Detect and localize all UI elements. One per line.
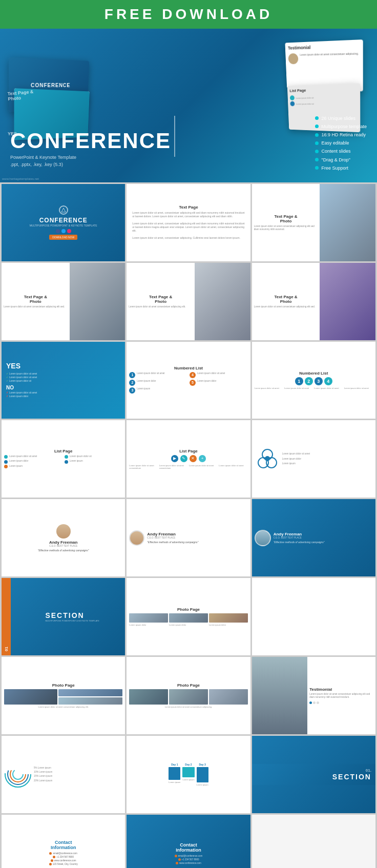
yes-items: ✓Lorem ipsum dolor sit amet ✓Lorem ipsum… [6, 373, 120, 383]
slide-section-2[interactable]: 01. SECTION [252, 736, 375, 813]
list-title-2: List Page [179, 449, 198, 453]
cover-social [56, 229, 71, 233]
slide-photo-1[interactable]: Photo Page Lorem ipsum dolor Lorem ipsum… [127, 578, 250, 655]
facebook-icon [56, 229, 60, 233]
hero-title-block: CONFERENCE PowerPoint & Keynote Template… [10, 130, 154, 167]
contact-address: 123 Street, City, Country [49, 863, 78, 865]
list-item-4: Lorem ipsum dolor sit [65, 455, 123, 459]
photo-caption-3: Lorem ipsum dolor [209, 624, 248, 626]
slide-timeline[interactable]: Day 1 Lorem ipsum Day 2 Lorem ipsum Day … [127, 736, 250, 813]
photo-page-title-4: Photo Page [177, 683, 200, 688]
slide-andy-3[interactable]: Andy Freeman C.E.O. BEST TEXT PLACE "Eff… [252, 499, 375, 576]
slide-list-1[interactable]: List Page Lorem ipsum dolor sit amet Lor… [2, 420, 125, 498]
andy-quote-2: "Effective methods of advertising campai… [147, 541, 247, 544]
slide-andy-2[interactable]: Andy Freeman C.E.O. BEST TEXT PLACE "Eff… [127, 499, 250, 576]
photo-caption-2: Lorem ipsum dolor [169, 624, 208, 626]
slide-testimonial[interactable]: Testimonial Lorem ipsum dolor sit amet c… [252, 657, 375, 734]
section-sub: MULTIPURPOSE POWERPOINT & KEYNOTE TEMPLA… [45, 619, 99, 622]
andy-quote-1: "Effective methods of advertising campai… [38, 549, 89, 552]
feature-2: Multipurpose template [315, 122, 367, 131]
slide-numbered-2[interactable]: Numbered List 1 2 3 4 Lorem ipsum dolor … [252, 342, 375, 419]
rings-item-2: 10% Lorem ipsum [34, 771, 122, 774]
testimonial-title: Testimonial [309, 687, 373, 692]
twitter-icon [61, 229, 66, 233]
andy-quote-3: "Effective methods of advertising campai… [274, 541, 373, 544]
slide-cover[interactable]: CONFERENCE MULTIPURPOSE POWERPOINT & KEY… [2, 184, 125, 261]
contact-dot-email-2 [175, 855, 177, 857]
contact-phone: +1 234 567 8900 [53, 856, 74, 858]
photo-main [4, 689, 57, 705]
rings-text: 5% Lorem ipsum 10% Lorem ipsum 15% Lorem… [32, 767, 122, 782]
watermark: www.heritagetemplates.net [2, 177, 39, 180]
timeline-day-3: Day 3 Lorem ipsum [197, 763, 208, 786]
testimonial-text: Testimonial Lorem ipsum dolor sit amet c… [307, 685, 375, 707]
slide-text-title: Text Page [179, 205, 198, 210]
slide-text-photo-3[interactable]: Text Page &Photo Lorem ipsum dolor sit a… [127, 263, 250, 340]
andy-sub-2: C.E.O. BEST TEXT PLACE [147, 536, 247, 539]
contact-dot-web-2 [176, 862, 178, 864]
rings-item-1: 5% Lorem ipsum [34, 767, 122, 770]
photo-page-title-1: Photo Page [177, 607, 200, 612]
timeline-row: Day 1 Lorem ipsum Day 2 Lorem ipsum Day … [169, 763, 208, 786]
andy-sub-3: C.E.O. BEST TEXT PLACE [274, 536, 373, 539]
slide-text-photo-4[interactable]: Text Page &Photo Lorem ipsum dolor sit a… [252, 263, 375, 340]
slide-photo-1 [320, 184, 375, 261]
numbered-title-2: Numbered List [299, 371, 328, 376]
dot-1 [313, 701, 316, 704]
contact-dot-phone-2 [178, 858, 181, 861]
svg-marker-0 [61, 208, 66, 212]
list-col-3: Lorem ipsum dolor sit amet [189, 464, 218, 469]
photo-cell-3 [209, 613, 248, 623]
list-icon-pencil: ✎ [180, 455, 187, 462]
numbered-title-1: Numbered List [174, 366, 203, 370]
slide-text-page[interactable]: Text Page Lorem ipsum dolor sit amet, co… [127, 184, 250, 261]
slide-rings[interactable]: 5% Lorem ipsum 10% Lorem ipsum 15% Lorem… [2, 736, 125, 813]
contact-dot-phone [53, 856, 55, 858]
slide-title-4: Text Page &Photo [254, 295, 318, 304]
photo-page-title-3: Photo Page [52, 683, 75, 688]
bullet-icon-4 [315, 141, 319, 145]
slide-photo-4[interactable]: Photo Page Lorem ipsum dolor sit amet co… [127, 657, 250, 734]
bullet-icon-6 [315, 158, 319, 161]
photo-page-text-4: Lorem ipsum dolor sit amet consectetuer … [165, 706, 212, 708]
slide-numbered-1[interactable]: Numbered List 1 Lorem ipsum dolor sit am… [127, 342, 250, 419]
photo-cell-2 [169, 613, 208, 623]
photo-side [58, 689, 122, 705]
clover-diagram [255, 446, 280, 472]
list-icon-plus: + [199, 455, 206, 462]
slide-list-2[interactable]: List Page ▶ ✎ ✕ + Lorem ipsum dolor sit … [127, 420, 250, 498]
slide-text-section-1: Text Page &Photo Lorem ipsum dolor sit a… [252, 212, 320, 234]
slide-photo-2[interactable] [252, 578, 375, 655]
cover-icon [59, 205, 68, 215]
cover-subtitle: MULTIPURPOSE POWERPOINT & KEYNOTE TEMPLA… [30, 224, 97, 227]
slide-list-3[interactable]: Lorem ipsum dolor sit amet Lorem ipsum d… [252, 420, 375, 498]
list-col-1: Lorem ipsum dolor sit amet consectetuer [129, 464, 158, 469]
testimonial-dots [309, 701, 373, 704]
num-circle-3: 3 [315, 377, 323, 385]
feature-6: "Drag & Drop" [315, 156, 367, 164]
testimonial-body: Lorem ipsum dolor sit amet consectetuer … [309, 693, 373, 699]
feature-1: 26 Unique slides [315, 114, 367, 122]
slide-text-section-3: Text Page &Photo Lorem ipsum dolor sit a… [127, 292, 195, 311]
slide-contact-2[interactable]: ContactInformation email@conference.com … [127, 815, 250, 868]
hero-subtitle2: .ppt, .pptx, .key, .key (5.3) [10, 162, 154, 167]
contact-web-2: www.conference.com [176, 862, 201, 864]
num-desc-2: Lorem ipsum dolor sit amet [284, 387, 313, 389]
slide-andy-1[interactable]: Andy Freeman C.E.O. BEST TEXT PLACE "Eff… [2, 499, 125, 576]
photo-caption-1: Lorem ipsum dolor [129, 624, 168, 626]
list-icon-x: ✕ [190, 455, 197, 462]
andy-text-3: Andy Freeman C.E.O. BEST TEXT PLACE "Eff… [274, 532, 373, 544]
num-desc-1: Lorem ipsum dolor sit amet [255, 387, 283, 389]
slide-photo-3[interactable]: Photo Page Lorem ipsum dolor sit amet co… [2, 657, 125, 734]
photo-p4-2 [169, 689, 208, 705]
slide-section-1[interactable]: 01 SECTION MULTIPURPOSE POWERPOINT & KEY… [2, 578, 125, 655]
slide-title-2: Text Page &Photo [4, 295, 68, 304]
slide-text-photo-2[interactable]: Text Page &Photo Lorem ipsum dolor sit a… [2, 263, 125, 340]
list-item-1: Lorem ipsum dolor sit amet [4, 455, 62, 459]
slide-yes-no[interactable]: YES ✓Lorem ipsum dolor sit amet ✓Lorem i… [2, 342, 125, 419]
slide-contact-1[interactable]: ContactInformation email@conference.com … [2, 815, 125, 868]
slide-text-photo-1[interactable]: Text Page &Photo Lorem ipsum dolor sit a… [252, 184, 375, 261]
section-right-content: 01. SECTION [252, 764, 375, 785]
contact-web: www.conference.com [51, 859, 76, 862]
photo-page-text-3: Lorem ipsum dolor sit amet consectetuer … [38, 706, 89, 708]
